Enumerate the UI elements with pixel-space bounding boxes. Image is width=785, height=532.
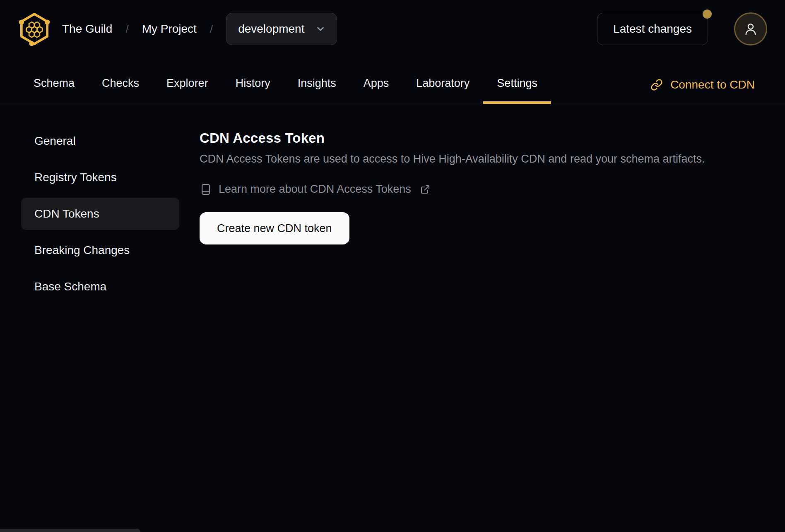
tab-explorer[interactable]: Explorer bbox=[153, 65, 222, 104]
target-select[interactable]: development bbox=[226, 13, 337, 45]
bottom-peek-bar bbox=[0, 529, 140, 532]
header-right: Latest changes bbox=[597, 12, 767, 46]
tab-settings[interactable]: Settings bbox=[483, 65, 551, 104]
tab-laboratory[interactable]: Laboratory bbox=[402, 65, 483, 104]
learn-more-link[interactable]: Learn more about CDN Access Tokens bbox=[200, 183, 760, 196]
user-icon bbox=[743, 22, 758, 36]
latest-changes-button[interactable]: Latest changes bbox=[597, 13, 708, 45]
connect-to-cdn-label: Connect to CDN bbox=[670, 78, 755, 91]
external-link-icon bbox=[420, 185, 430, 194]
breadcrumb-project[interactable]: My Project bbox=[142, 22, 197, 36]
tab-apps[interactable]: Apps bbox=[350, 65, 403, 104]
main-content: CDN Access Token CDN Access Tokens are u… bbox=[179, 104, 785, 244]
target-select-value: development bbox=[238, 22, 304, 36]
page-description: CDN Access Tokens are used to access to … bbox=[200, 153, 760, 165]
link-icon bbox=[650, 79, 663, 91]
book-icon bbox=[200, 183, 212, 196]
sidebar-item-general[interactable]: General bbox=[21, 125, 179, 157]
tab-checks[interactable]: Checks bbox=[88, 65, 153, 104]
sidebar-item-base-schema[interactable]: Base Schema bbox=[21, 271, 179, 303]
sidebar-item-breaking-changes[interactable]: Breaking Changes bbox=[21, 234, 179, 266]
tab-bar-tabs: SchemaChecksExplorerHistoryInsightsAppsL… bbox=[20, 65, 551, 104]
breadcrumb-separator: / bbox=[210, 23, 213, 36]
user-menu-button[interactable] bbox=[734, 12, 767, 46]
sidebar-item-registry-tokens[interactable]: Registry Tokens bbox=[21, 161, 179, 194]
breadcrumb-separator: / bbox=[125, 23, 128, 36]
tab-insights[interactable]: Insights bbox=[284, 65, 350, 104]
settings-sidebar: GeneralRegistry TokensCDN TokensBreaking… bbox=[21, 125, 179, 307]
notification-dot bbox=[703, 10, 712, 19]
tab-bar: SchemaChecksExplorerHistoryInsightsAppsL… bbox=[0, 58, 785, 104]
page-title: CDN Access Token bbox=[200, 130, 760, 146]
latest-changes-label: Latest changes bbox=[613, 22, 692, 35]
sidebar-item-cdn-tokens[interactable]: CDN Tokens bbox=[21, 198, 179, 230]
app-header: The Guild / My Project / development Lat… bbox=[0, 0, 785, 58]
breadcrumb-org[interactable]: The Guild bbox=[62, 22, 112, 36]
tab-history[interactable]: History bbox=[222, 65, 284, 104]
create-cdn-token-button[interactable]: Create new CDN token bbox=[200, 212, 349, 244]
breadcrumb: The Guild / My Project / development bbox=[62, 13, 337, 45]
page-body: GeneralRegistry TokensCDN TokensBreaking… bbox=[0, 104, 785, 307]
connect-to-cdn-link[interactable]: Connect to CDN bbox=[650, 65, 755, 104]
tab-schema[interactable]: Schema bbox=[20, 65, 88, 104]
learn-more-label: Learn more about CDN Access Tokens bbox=[219, 183, 411, 196]
chevron-down-icon bbox=[315, 24, 326, 34]
guild-hive-logo-icon bbox=[17, 12, 51, 46]
